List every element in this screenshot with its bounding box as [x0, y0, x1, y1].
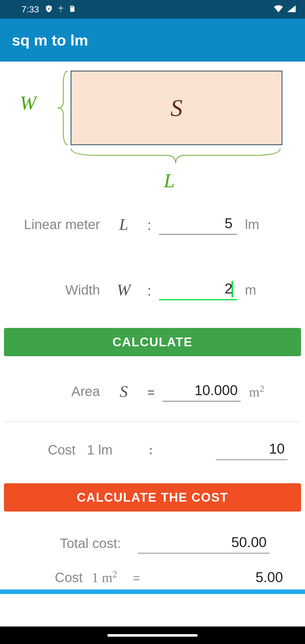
total-cost-output: 50.00	[138, 533, 269, 554]
status-bar: 7:33	[0, 0, 305, 19]
cpm-output: 5.00	[256, 569, 283, 586]
svg-rect-2	[72, 6, 73, 7]
total-cost-label: Total cost:	[60, 536, 121, 551]
m2-unit: m2	[249, 383, 264, 400]
sd-card-icon	[68, 5, 76, 14]
accent-bar	[0, 589, 305, 594]
w-brace-icon	[55, 71, 69, 145]
location-icon	[57, 5, 64, 14]
l-symbol: L	[100, 215, 147, 234]
width-label: Width	[12, 282, 100, 298]
cost-label: Cost	[48, 442, 76, 458]
linear-meter-row: Linear meter L : lm	[12, 214, 293, 235]
cpm-unit: 1 m2	[92, 569, 117, 585]
w-symbol: W	[100, 280, 147, 299]
s-label: S	[171, 94, 183, 122]
shield-icon	[45, 5, 53, 14]
linear-meter-label: Linear meter	[12, 217, 100, 232]
cost-row: Cost 1 lm :	[12, 440, 293, 460]
nav-bar[interactable]	[0, 626, 305, 644]
status-time: 7:33	[21, 4, 39, 15]
text-cursor	[232, 281, 233, 297]
svg-rect-1	[71, 6, 72, 7]
divider	[4, 421, 301, 422]
w-label: W	[20, 92, 36, 114]
l-label: L	[164, 169, 175, 192]
cost-unit: 1 lm	[87, 442, 113, 458]
cost-per-m2-row: Cost 1 m2 = 5.00	[12, 569, 293, 586]
diagram: W S L	[4, 62, 301, 206]
area-row: Area S = m2	[12, 381, 293, 402]
width-input[interactable]	[159, 279, 237, 300]
cost-input[interactable]	[216, 440, 287, 460]
svg-point-0	[60, 7, 62, 9]
cpm-label: Cost	[55, 570, 83, 585]
wifi-icon	[273, 4, 284, 14]
width-row: Width W : m	[12, 279, 293, 300]
area-label: Area	[12, 384, 100, 399]
linear-meter-input[interactable]	[159, 214, 237, 235]
nav-home-icon[interactable]	[107, 634, 198, 637]
l-brace-icon	[70, 147, 281, 167]
total-cost-row: Total cost: 50.00	[12, 533, 293, 554]
cpm-eq: =	[133, 571, 140, 585]
signal-icon	[286, 4, 297, 14]
area-output[interactable]	[163, 381, 241, 402]
m-unit: m	[245, 282, 270, 298]
calculate-cost-button[interactable]: CALCULATE THE COST	[4, 483, 301, 512]
cost-sep: :	[149, 443, 153, 457]
app-title: sq m to lm	[12, 31, 88, 49]
area-box: S	[71, 71, 282, 145]
s-symbol: S	[100, 382, 147, 401]
calculate-button[interactable]: CALCULATE	[4, 328, 301, 356]
app-bar: sq m to lm	[0, 19, 305, 62]
lm-unit: lm	[245, 217, 270, 232]
